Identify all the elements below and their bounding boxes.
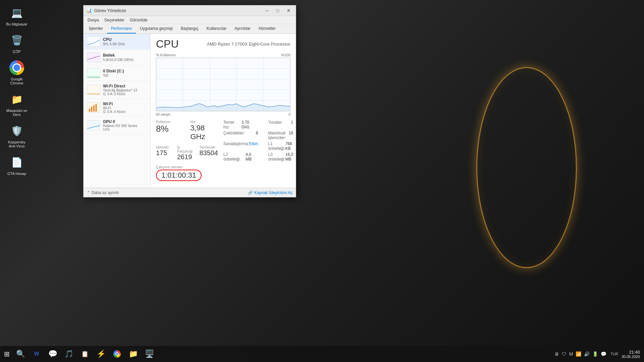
sidebar-gpu-name: GPU 0 [103, 119, 147, 124]
clock-date: 30.05.2020 [622, 355, 640, 359]
sanallastirma-label: Sanallaştırma: [223, 141, 249, 151]
taskbar-clash[interactable]: 📋 [77, 346, 93, 362]
taskbar-chrome[interactable] [109, 346, 125, 362]
sidebar-info-disk: 0 Diski (C:) %0 [103, 69, 147, 77]
tray-shield-icon[interactable]: 🛡 [561, 351, 567, 357]
less-detail-label: Daha az ayrıntı [92, 190, 119, 195]
tab-uygulama-gecmisi[interactable]: Uygulama geçmişi [136, 24, 177, 34]
sidebar-disk-detail: %0 [103, 73, 147, 77]
info-l1: L1 önbelleği: 768 KB [268, 141, 293, 151]
desktop-icon-kaspersky[interactable]: 🛡️ Kaspersky Anti-Virus [3, 121, 30, 149]
close-button[interactable]: ✕ [284, 7, 293, 14]
svg-rect-8 [96, 104, 97, 112]
cpu-header: CPU AMD Ryzen 7 2700X Eight-Core Process… [156, 38, 290, 50]
yuvalar-value: 1 [291, 120, 293, 129]
less-detail-button[interactable]: ⌃ Daha az ayrıntı [87, 190, 119, 195]
sidebar-item-disk[interactable]: 0 Diski (C:) %0 [84, 65, 150, 81]
menu-goruntule[interactable]: Görüntüle [127, 17, 150, 23]
info-l2: L2 önbelleği: 4,0 MB [223, 152, 258, 162]
sidebar-gpu-detail: Radeon RX 590 Series 11% [103, 124, 147, 131]
stat-is-parcacigi: İş Parçacığı 2619 [177, 145, 193, 161]
clock-time: 21:40 [622, 350, 640, 355]
maximize-button[interactable]: □ [273, 7, 282, 14]
taskbar-spotify[interactable]: 🎵 [61, 346, 77, 362]
taskbar: ⊞ 🔍 W 💬 🎵 📋 ⚡ 📁 🖥️ 🖥 🛡 M 📶 🔊 🔋 💬 T [0, 346, 644, 362]
tray-icons: 🖥 🛡 M 📶 🔊 🔋 💬 [554, 351, 607, 357]
stat-taniticilar-value: 83504 [199, 149, 218, 157]
sidebar-info-gpu: GPU 0 Radeon RX 590 Series 11% [103, 119, 147, 131]
menu-secenekler[interactable]: Seçenekler [102, 17, 127, 23]
cpu-info-grid: Temel hız: 3,70 GHz Yuvalar: 1 Çekirdekl… [223, 120, 290, 162]
sidebar-info-cpu: CPU 8% 3,98 GHz [103, 37, 147, 46]
sidebar-item-wifi-direct[interactable]: Wi-Fi Direct Yerel Ağ Bağlantısı* 13 G: … [84, 81, 150, 99]
desktop-icon-chrome[interactable]: Google Chrome [3, 58, 30, 86]
cpu-model: AMD Ryzen 7 2700X Eight-Core Processor [207, 42, 290, 47]
mantiksal-value: 16 [289, 131, 293, 140]
svg-rect-9 [87, 121, 100, 130]
stat-hiz: Hız 3,98 GHz [191, 120, 218, 141]
taskbar-explorer[interactable]: 📁 [125, 346, 141, 362]
menu-dosya[interactable]: Dosya [85, 17, 102, 23]
panel-info-grid: Temel hız: 3,70 GHz Yuvalar: 1 Çekirdekl… [223, 120, 290, 184]
tray-monitor-icon[interactable]: 🖥 [554, 351, 560, 357]
svg-marker-18 [156, 104, 290, 111]
stat-hiz-label: Hız [191, 120, 218, 124]
mantiksal-label: Mantıksal işlemciler: [268, 131, 288, 140]
window-controls: ─ □ ✕ [262, 7, 293, 14]
desktop-icon-label-chrome: Google Chrome [5, 77, 29, 85]
tab-baslangic[interactable]: Başlangıç [177, 24, 203, 34]
tray-notification-icon[interactable]: 💬 [600, 351, 607, 357]
desktop: 💻 Bu bilgisayar 🗑️ ÇÖP Google Chrome 📁 M… [0, 0, 644, 362]
desktop-icon-cop[interactable]: 🗑️ ÇÖP [3, 31, 30, 55]
l3-label: L3 önbelleği: [268, 152, 285, 162]
trash-icon: 🗑️ [9, 32, 25, 48]
desktop-icon-masaustu[interactable]: 📁 Masaüstü ve Ders [3, 90, 30, 118]
tab-performans[interactable]: Performans [107, 24, 136, 34]
svg-rect-0 [87, 37, 100, 46]
desktop-icon-gta[interactable]: 📄 GTA Hesap [3, 153, 30, 177]
tab-ayrintilar[interactable]: Ayrıntılar [230, 24, 255, 34]
resource-monitor-button[interactable]: 🔗 Kaynak İzleyicisini Aç [248, 190, 292, 195]
tray-network-icon[interactable]: 📶 [575, 351, 582, 357]
taskbar-word[interactable]: W [29, 346, 45, 362]
minimize-button[interactable]: ─ [262, 7, 272, 14]
svg-rect-7 [93, 105, 95, 112]
tray-mail-icon[interactable]: M [569, 351, 574, 357]
start-button[interactable]: ⊞ [1, 349, 12, 359]
temel-hiz-value: 3,70 GHz [241, 120, 258, 129]
tray-battery-icon[interactable]: 🔋 [592, 351, 599, 357]
resource-icon: 🔗 [248, 190, 253, 195]
stat-islemler-label: İşlemler [156, 145, 170, 149]
stat-is-parcacigi-value: 2619 [177, 153, 193, 161]
desktop-icon-bu-bilgisayar[interactable]: 💻 Bu bilgisayar [3, 3, 30, 27]
info-mantiksal: Mantıksal işlemciler: 16 [268, 130, 293, 140]
taskbar-unknown1[interactable]: ⚡ [93, 346, 109, 362]
desktop-icon-label-bu-bilgisayar: Bu bilgisayar [5, 22, 29, 26]
sidebar-bellek-name: Bellek [103, 53, 147, 58]
desktop-icon-label-masaustu: Masaüstü ve Ders [5, 109, 29, 117]
taskbar-app[interactable]: 🖥️ [141, 346, 157, 362]
taskbar-right: 🖥 🛡 M 📶 🔊 🔋 💬 TUR 21:40 30.05.2020 [554, 350, 643, 359]
sidebar-item-gpu[interactable]: GPU 0 Radeon RX 590 Series 11% [84, 117, 150, 134]
tab-kullanicilar[interactable]: Kullanıcılar [203, 24, 230, 34]
svg-rect-5 [89, 109, 90, 112]
info-temel-hiz: Temel hız: 3,70 GHz [223, 120, 258, 130]
l2-label: L2 önbelleği: [223, 152, 246, 162]
tab-islemler[interactable]: İşlemler [85, 24, 107, 34]
sidebar-item-cpu[interactable]: CPU 8% 3,98 GHz [84, 34, 150, 50]
sidebar-thumb-wifi-direct [87, 85, 100, 95]
sidebar-item-wifi[interactable]: Wi-Fi Wi-Fi G: 0 A: 0 Kb/sn [84, 99, 150, 117]
sidebar: CPU 8% 3,98 GHz Bellek 5,8/16,0 GB ( [84, 34, 151, 188]
resource-monitor-label: Kaynak İzleyicisini Aç [254, 190, 292, 195]
glow-decoration [476, 67, 577, 268]
language-indicator: TUR [609, 352, 620, 356]
taskbar-clock[interactable]: 21:40 30.05.2020 [622, 350, 640, 359]
tab-hizmetler[interactable]: Hizmetler [255, 24, 280, 34]
stats-row-2: İşlemler 175 İş Parçacığı 2619 Tanıtıcıl… [156, 145, 218, 161]
folder-icon: 📁 [9, 91, 25, 107]
taskbar-whatsapp[interactable]: 💬 [45, 346, 61, 362]
sidebar-item-bellek[interactable]: Bellek 5,8/16,0 GB (36%) [84, 50, 150, 65]
taskbar-search[interactable]: 🔍 [12, 346, 29, 362]
chart-label-right: %100 [281, 53, 290, 57]
tray-sound-icon[interactable]: 🔊 [583, 351, 590, 357]
